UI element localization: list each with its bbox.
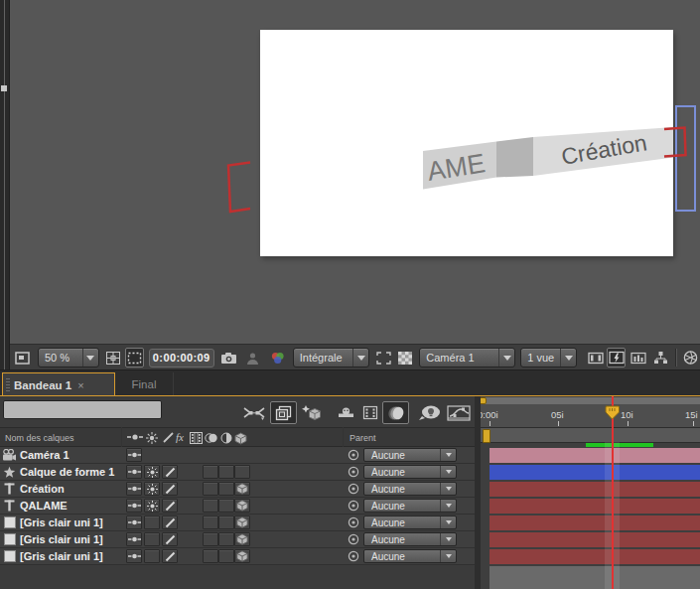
live-update-icon[interactable] xyxy=(270,401,297,424)
collapse-switch[interactable] xyxy=(144,482,160,496)
motion-blur-switch[interactable] xyxy=(203,532,218,546)
snapshot-icon[interactable] xyxy=(219,348,238,368)
quality-switch[interactable] xyxy=(162,482,178,496)
adjustment-switch-icon[interactable] xyxy=(220,432,232,444)
parent-select[interactable]: Aucune xyxy=(363,482,457,496)
layer-row[interactable]: [Gris clair uni 1]Aucune xyxy=(0,515,475,531)
quality-switch[interactable] xyxy=(162,549,178,563)
view-layout-select[interactable]: 1 vue xyxy=(520,348,577,368)
mask-visibility-icon[interactable] xyxy=(125,348,144,368)
3d-switch[interactable] xyxy=(234,499,250,513)
frame-blend-switch-icon[interactable] xyxy=(190,432,203,444)
brainstorm-icon[interactable] xyxy=(416,401,444,424)
layer-name[interactable]: [Gris clair uni 1] xyxy=(20,533,103,545)
motion-blur-switch[interactable] xyxy=(203,482,218,496)
name-column-header[interactable]: Nom des calques xyxy=(5,433,74,443)
shy-switch[interactable] xyxy=(126,499,142,513)
quality-switch[interactable] xyxy=(162,532,178,546)
work-area-bar[interactable] xyxy=(481,427,700,443)
3d-view-select[interactable]: Caméra 1 xyxy=(419,348,515,368)
composition-viewer[interactable]: AME Création xyxy=(10,0,700,344)
shy-switch-icon[interactable] xyxy=(127,432,143,442)
pick-whip-icon[interactable] xyxy=(348,500,359,512)
tab-bandeau-1[interactable]: Bandeau 1 × xyxy=(2,372,115,397)
current-time-indicator[interactable] xyxy=(605,405,620,420)
layer-duration-bar[interactable] xyxy=(490,499,700,514)
parent-select[interactable]: Aucune xyxy=(363,532,457,546)
collapse-switch-icon[interactable] xyxy=(146,432,158,444)
shy-switch[interactable] xyxy=(126,515,142,529)
flowchart-icon[interactable] xyxy=(651,348,670,368)
layer-duration-bar[interactable] xyxy=(490,448,700,463)
layer-row[interactable]: [Gris clair uni 1]Aucune xyxy=(0,531,475,548)
adjustment-switch[interactable] xyxy=(218,499,234,513)
pick-whip-icon[interactable] xyxy=(348,516,359,528)
layer-duration-bar[interactable] xyxy=(490,532,700,547)
tab-final[interactable]: Final xyxy=(115,372,174,396)
roi-icon[interactable] xyxy=(374,348,393,368)
layer-duration-bar[interactable] xyxy=(490,515,700,530)
resolution-select[interactable]: Intégrale xyxy=(293,348,370,368)
pick-whip-icon[interactable] xyxy=(348,449,359,461)
quality-switch[interactable] xyxy=(162,465,178,479)
frame-blending-icon[interactable] xyxy=(358,401,381,424)
layer-row[interactable]: Caméra 1Aucune xyxy=(0,447,475,464)
graph-editor-icon[interactable] xyxy=(444,401,473,424)
collapse-switch[interactable] xyxy=(144,549,160,563)
magnification-select[interactable]: 50 % xyxy=(38,348,99,368)
parent-select[interactable]: Aucune xyxy=(363,465,457,479)
parent-select[interactable]: Aucune xyxy=(363,549,457,563)
layer-name[interactable]: Calque de forme 1 xyxy=(20,466,114,478)
shy-switch[interactable] xyxy=(126,448,142,462)
timeline-graph-area[interactable]: 0:00i 05i 10i 15i xyxy=(481,396,700,589)
adjustment-switch[interactable] xyxy=(218,549,234,563)
show-snapshot-icon[interactable] xyxy=(243,348,262,368)
quality-switch-icon[interactable] xyxy=(163,432,174,443)
adjustment-switch[interactable] xyxy=(218,532,234,546)
collapse-switch[interactable] xyxy=(144,532,160,546)
timeline-button-icon[interactable] xyxy=(629,348,647,368)
shy-switch[interactable] xyxy=(126,482,142,496)
grid-options-icon[interactable] xyxy=(104,348,123,368)
collapse-switch[interactable] xyxy=(144,515,160,529)
parent-column-header[interactable]: Parent xyxy=(350,433,376,443)
3d-switch[interactable] xyxy=(234,549,250,563)
parent-select[interactable]: Aucune xyxy=(363,448,457,462)
layer-duration-bar[interactable] xyxy=(490,549,700,564)
motion-blur-switch[interactable] xyxy=(203,515,218,529)
adjustment-switch[interactable] xyxy=(218,482,234,496)
layer-name[interactable]: Caméra 1 xyxy=(20,449,70,461)
motion-blur-switch[interactable] xyxy=(203,465,218,479)
transparency-grid-icon[interactable] xyxy=(395,348,414,368)
motion-blur-switch[interactable] xyxy=(203,549,218,563)
channels-icon[interactable] xyxy=(268,348,287,368)
collapsed-panel-strip[interactable] xyxy=(0,0,10,369)
3d-switch[interactable] xyxy=(234,515,250,529)
3d-switch[interactable] xyxy=(234,465,250,479)
current-time-display[interactable]: 0:00:00:09 xyxy=(149,349,214,368)
layer-name[interactable]: [Gris clair uni 1] xyxy=(20,550,103,562)
navigator-handle[interactable] xyxy=(481,397,487,404)
pick-whip-icon[interactable] xyxy=(348,533,359,545)
layer-duration-bar[interactable] xyxy=(490,482,700,497)
fast-previews-icon[interactable] xyxy=(607,348,626,368)
layer-row[interactable]: [Gris clair uni 1]Aucune xyxy=(0,548,475,565)
adjustment-switch[interactable] xyxy=(218,515,234,529)
draft-3d-icon[interactable] xyxy=(299,401,325,424)
cube-3d-icon[interactable] xyxy=(234,432,247,445)
parent-select[interactable]: Aucune xyxy=(363,499,457,513)
close-icon[interactable]: × xyxy=(77,379,83,391)
quality-switch[interactable] xyxy=(162,499,178,513)
layer-row[interactable]: CréationAucune xyxy=(0,481,475,498)
shy-switch[interactable] xyxy=(126,532,142,546)
layer-duration-bar[interactable] xyxy=(490,465,700,480)
3d-switch[interactable] xyxy=(234,482,250,496)
layer-name[interactable]: Création xyxy=(20,483,65,495)
work-area-start-handle[interactable] xyxy=(483,429,490,443)
mini-flowchart-icon[interactable] xyxy=(241,401,267,424)
layer-row[interactable]: Calque de forme 1Aucune xyxy=(0,464,475,481)
shy-switch[interactable] xyxy=(126,465,142,479)
adjustment-switch[interactable] xyxy=(218,465,234,479)
current-time-line[interactable] xyxy=(612,396,614,589)
effects-switch-icon[interactable]: fx xyxy=(176,431,184,443)
